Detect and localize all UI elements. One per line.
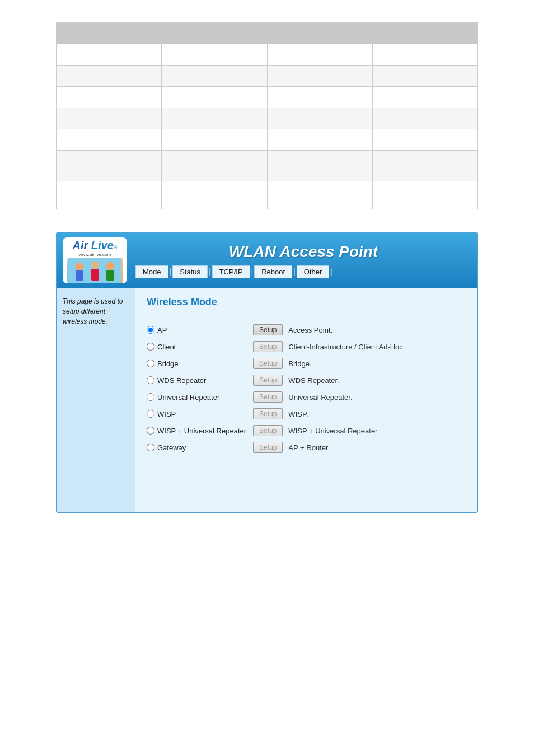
section-divider [147, 311, 466, 311]
tab-divider-2: | [208, 267, 212, 276]
setup-btn-wds-repeater[interactable]: Setup [253, 375, 283, 386]
tab-mode[interactable]: Mode [135, 265, 168, 278]
tab-divider-3: | [251, 267, 254, 276]
mode-text-wds-repeater: WDS Repeater [157, 376, 206, 385]
title-area: WLAN Access Point Mode | Status | TCP/IP… [135, 243, 471, 278]
table-row [57, 87, 478, 108]
mode-desc-client: Client-Infrastructure / Client Ad-Hoc. [288, 343, 466, 351]
mode-row-universal-repeater: Universal Repeater Setup Universal Repea… [147, 389, 466, 405]
panel-header: Air Live ® www.airlive.com [57, 233, 477, 288]
tab-divider-4: | [293, 267, 296, 276]
radio-bridge[interactable] [147, 360, 154, 367]
mode-desc-universal-repeater: Universal Repeater. [288, 393, 466, 402]
mode-text-ap: AP [157, 326, 167, 334]
tab-tcpip[interactable]: TCP/IP [212, 265, 250, 278]
radio-universal-repeater[interactable] [147, 393, 154, 401]
tab-status[interactable]: Status [172, 265, 208, 278]
table-row [57, 129, 478, 151]
tab-divider-5: | [330, 267, 333, 276]
panel-content: This page is used to setup different wir… [57, 288, 477, 512]
main-panel: Air Live ® www.airlive.com [56, 232, 478, 513]
mode-text-bridge: Bridge [157, 360, 179, 368]
mode-desc-wds-repeater: WDS Repeater. [288, 376, 466, 385]
people-image [67, 258, 123, 283]
mode-row-wisp: WISP Setup WISP. [147, 405, 466, 422]
mode-desc-wisp-universal: WISP + Universal Repeater. [288, 427, 466, 435]
sidebar-description: This page is used to setup different wir… [63, 297, 123, 325]
setup-btn-wisp-universal[interactable]: Setup [253, 425, 283, 436]
mode-label-client[interactable]: Client [147, 343, 247, 351]
setup-btn-bridge[interactable]: Setup [253, 358, 283, 369]
mode-row-wds-repeater: WDS Repeater Setup WDS Repeater. [147, 372, 466, 389]
mode-label-wisp-universal[interactable]: WISP + Universal Repeater [147, 427, 247, 435]
col-header-3 [267, 23, 372, 44]
mode-label-wds-repeater[interactable]: WDS Repeater [147, 376, 247, 385]
mode-row-ap: AP Setup Access Point. [147, 321, 466, 338]
mode-text-universal-repeater: Universal Repeater [157, 393, 219, 402]
mode-text-client: Client [157, 343, 176, 351]
mode-row-bridge: Bridge Setup Bridge. [147, 355, 466, 372]
mode-label-bridge[interactable]: Bridge [147, 360, 247, 368]
svg-rect-2 [76, 270, 83, 281]
mode-desc-wisp: WISP. [288, 410, 466, 418]
table-row [57, 181, 478, 209]
logo-brand-text: Air Live ® [72, 239, 117, 251]
main-content-area: Wireless Mode AP Setup Access Point. Cli… [135, 288, 477, 512]
col-header-4 [372, 23, 477, 44]
logo-box: Air Live ® www.airlive.com [63, 237, 127, 283]
setup-btn-ap[interactable]: Setup [253, 324, 283, 335]
col-header-1 [57, 23, 162, 44]
radio-gateway[interactable] [147, 444, 154, 451]
table-row [57, 44, 478, 66]
logo-area: Air Live ® www.airlive.com [63, 237, 135, 283]
top-table-area [0, 0, 534, 226]
setup-btn-client[interactable]: Setup [253, 341, 283, 352]
setup-btn-universal-repeater[interactable]: Setup [253, 391, 283, 403]
svg-rect-6 [106, 270, 114, 281]
table-row [57, 66, 478, 87]
mode-desc-ap: Access Point. [288, 326, 466, 334]
mode-desc-bridge: Bridge. [288, 360, 466, 368]
tab-divider-1: | [169, 267, 172, 276]
radio-ap[interactable] [147, 326, 154, 334]
mode-text-gateway: Gateway [157, 444, 186, 452]
table-row [57, 151, 478, 181]
setup-btn-wisp[interactable]: Setup [253, 408, 283, 419]
top-table [56, 22, 478, 209]
section-title: Wireless Mode [147, 296, 466, 308]
radio-client[interactable] [147, 343, 154, 351]
nav-tabs: Mode | Status | TCP/IP | Reboot | Other … [135, 265, 471, 278]
mode-text-wisp-universal: WISP + Universal Repeater [157, 427, 246, 435]
mode-row-wisp-universal: WISP + Universal Repeater Setup WISP + U… [147, 422, 466, 439]
mode-label-ap[interactable]: AP [147, 326, 247, 334]
mode-row-gateway: Gateway Setup AP + Router. [147, 439, 466, 456]
mode-desc-gateway: AP + Router. [288, 444, 466, 452]
radio-wisp-universal[interactable] [147, 427, 154, 435]
mode-label-wisp[interactable]: WISP [147, 410, 247, 418]
radio-wisp[interactable] [147, 410, 154, 418]
svg-point-1 [76, 263, 83, 270]
svg-rect-4 [91, 269, 99, 281]
mode-text-wisp: WISP [157, 410, 176, 418]
svg-point-3 [91, 261, 99, 269]
logo-url: www.airlive.com [79, 252, 111, 257]
mode-label-universal-repeater[interactable]: Universal Repeater [147, 393, 247, 402]
col-header-2 [162, 23, 267, 44]
sidebar: This page is used to setup different wir… [57, 288, 135, 512]
mode-row-client: Client Setup Client-Infrastructure / Cli… [147, 338, 466, 355]
table-row [57, 108, 478, 129]
svg-point-5 [106, 262, 114, 270]
tab-other[interactable]: Other [297, 265, 330, 278]
setup-btn-gateway[interactable]: Setup [253, 442, 283, 453]
panel-title: WLAN Access Point [135, 243, 471, 261]
mode-label-gateway[interactable]: Gateway [147, 444, 247, 452]
tab-reboot[interactable]: Reboot [254, 265, 292, 278]
radio-wds-repeater[interactable] [147, 376, 154, 384]
